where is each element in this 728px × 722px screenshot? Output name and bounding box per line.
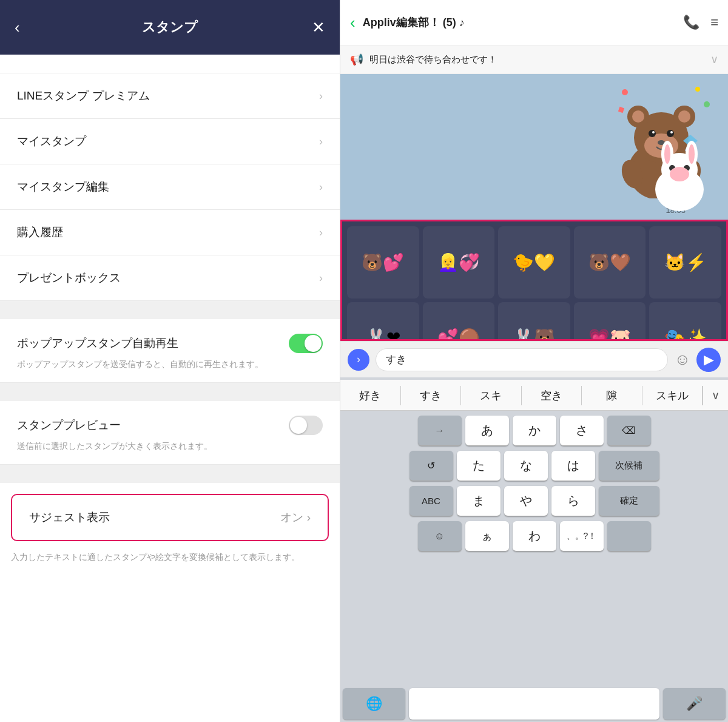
key-wa[interactable]: わ bbox=[513, 521, 556, 552]
chevron-icon: › bbox=[319, 272, 323, 285]
back-button[interactable]: ‹ bbox=[350, 13, 356, 32]
popup-toggle-section: ポップアップスタンプ自動再生 ポップアップスタンプを送受信すると、自動的に再生さ… bbox=[0, 319, 340, 383]
sticker-panel: 🐻💕 👱‍♀️💞 🐤💛 🐻🤎 🐱⚡ 🐰❤ 💕🟤 🐰🐻 💗🐷 🎭✨ bbox=[340, 220, 728, 341]
preview-toggle[interactable] bbox=[289, 416, 323, 435]
suggestion-すき[interactable]: すき bbox=[401, 386, 462, 405]
key-small-a[interactable]: ぁ bbox=[465, 521, 509, 552]
menu-item-my-stamps-edit[interactable]: マイスタンプ編集 › bbox=[0, 164, 340, 210]
preview-toggle-section: スタンププレビュー 送信前に選択したスタンプが大きく表示されます。 bbox=[0, 401, 340, 465]
keyboard-row-4: ☺ ぁ わ 、。?！ bbox=[343, 521, 726, 552]
key-undo[interactable]: ↺ bbox=[410, 451, 453, 481]
key-ra[interactable]: ら bbox=[551, 486, 595, 516]
suggestion-空き[interactable]: 空き bbox=[522, 386, 582, 405]
key-ha[interactable]: は bbox=[551, 451, 595, 481]
svg-point-28 bbox=[670, 167, 689, 181]
key-ya[interactable]: や bbox=[504, 486, 548, 516]
chevron-icon: › bbox=[319, 135, 323, 148]
key-ka[interactable]: か bbox=[513, 416, 556, 446]
header-icons: 📞 ≡ bbox=[683, 15, 718, 30]
key-globe[interactable]: 🌐 bbox=[343, 688, 405, 720]
key-next-candidate[interactable]: 次候補 bbox=[599, 451, 659, 481]
keyboard-row-1: → あ か さ ⌫ bbox=[343, 416, 726, 446]
svg-point-9 bbox=[632, 110, 644, 123]
key-ma[interactable]: ま bbox=[457, 486, 500, 516]
bunny-sticker bbox=[643, 135, 716, 214]
key-na[interactable]: な bbox=[504, 451, 548, 481]
sticker-item[interactable]: 🐱⚡ bbox=[649, 226, 721, 299]
menu-item-purchase-history[interactable]: 購入履歴 › bbox=[0, 210, 340, 255]
key-confirm[interactable]: 確定 bbox=[599, 486, 659, 516]
suggestion-スキル[interactable]: スキル bbox=[642, 386, 703, 405]
left-header: ‹ スタンプ ✕ bbox=[0, 0, 340, 55]
svg-point-10 bbox=[678, 110, 690, 123]
keyboard: 好き すき スキ 空き 隙 スキル ∨ → あ か さ ⌫ ↺ た な は bbox=[340, 377, 728, 722]
menu-item-line-premium[interactable]: LINEスタンプ プレミアム › bbox=[0, 73, 340, 119]
suggestion-好き[interactable]: 好き bbox=[340, 386, 401, 405]
section-gap bbox=[0, 301, 340, 319]
svg-point-14 bbox=[652, 131, 655, 133]
svg-point-25 bbox=[689, 144, 695, 164]
key-enter-small[interactable] bbox=[607, 521, 651, 552]
key-backspace[interactable]: ⌫ bbox=[607, 416, 651, 446]
suggest-desc: 入力したテキストに適したスタンプや絵文字を変換候補として表示します。 bbox=[0, 546, 340, 564]
key-ta[interactable]: た bbox=[457, 451, 500, 481]
toggle-thumb bbox=[305, 335, 322, 352]
suggestion-隙[interactable]: 隙 bbox=[582, 386, 642, 405]
announcement-icon: 📢 bbox=[350, 53, 363, 66]
suggestion-スキ[interactable]: スキ bbox=[461, 386, 522, 405]
announcement-bar[interactable]: 📢 明日は渋谷で待ち合わせです！ ∨ bbox=[340, 46, 728, 74]
menu-item-label: LINEスタンプ プレミアム bbox=[17, 88, 150, 104]
expand-button[interactable]: › bbox=[348, 349, 369, 371]
left-panel: ‹ スタンプ ✕ LINEスタンプ プレミアム › マイスタンプ › マイスタン… bbox=[0, 0, 340, 722]
popup-toggle-row: ポップアップスタンプ自動再生 bbox=[17, 334, 323, 353]
key-emoji[interactable]: ☺ bbox=[418, 521, 462, 552]
suggestion-more-button[interactable]: ∨ bbox=[703, 386, 728, 405]
menu-item-present-box[interactable]: プレゼントボックス › bbox=[0, 255, 340, 301]
keyboard-bottom-row: 🌐 🎤 bbox=[340, 688, 728, 720]
right-panel: ‹ Appliv編集部！ (5) ♪ 📞 ≡ 📢 明日は渋谷で待ち合わせです！ … bbox=[340, 0, 728, 722]
chevron-icon: › bbox=[319, 90, 323, 103]
sticker-item[interactable]: 🐰🐻 bbox=[498, 302, 570, 341]
suggest-value: オン › bbox=[280, 510, 311, 525]
sticker-item[interactable]: 👱‍♀️💞 bbox=[423, 226, 495, 299]
sticker-item[interactable]: 🐰❤ bbox=[347, 302, 419, 341]
suggest-label: サジェスト表示 bbox=[29, 510, 110, 525]
suggest-section[interactable]: サジェスト表示 オン › bbox=[11, 494, 329, 541]
popup-toggle-desc: ポップアップスタンプを送受信すると、自動的に再生されます。 bbox=[17, 359, 323, 376]
key-a[interactable]: あ bbox=[465, 416, 509, 446]
popup-toggle[interactable] bbox=[289, 334, 323, 353]
message-input[interactable] bbox=[376, 348, 668, 371]
sticker-item[interactable]: 💕🟤 bbox=[423, 302, 495, 341]
key-abc[interactable]: ABC bbox=[410, 486, 453, 516]
sticker-item[interactable]: 🐻🤎 bbox=[574, 226, 646, 299]
sticker-item[interactable]: 🐻💕 bbox=[347, 226, 419, 299]
svg-point-0 bbox=[622, 89, 628, 95]
send-button[interactable]: ▶ bbox=[696, 348, 721, 372]
menu-item-label: 購入履歴 bbox=[17, 224, 63, 240]
sticker-item[interactable]: 🎭✨ bbox=[649, 302, 721, 341]
chat-title: Appliv編集部！ (5) ♪ bbox=[363, 15, 676, 30]
key-microphone[interactable]: 🎤 bbox=[663, 688, 726, 720]
svg-rect-3 bbox=[618, 107, 624, 113]
menu-icon[interactable]: ≡ bbox=[710, 15, 718, 30]
preview-toggle-desc: 送信前に選択したスタンプが大きく表示されます。 bbox=[17, 441, 323, 458]
key-punctuation[interactable]: 、。?！ bbox=[560, 521, 604, 552]
keyboard-rows: → あ か さ ⌫ ↺ た な は 次候補 ABC ま や ら 確定 bbox=[340, 411, 728, 688]
key-arrow[interactable]: → bbox=[418, 416, 462, 446]
close-button[interactable]: ✕ bbox=[312, 18, 325, 37]
svg-point-2 bbox=[704, 101, 710, 107]
svg-point-15 bbox=[670, 131, 673, 133]
menu-item-my-stamps[interactable]: マイスタンプ › bbox=[0, 119, 340, 164]
phone-icon[interactable]: 📞 bbox=[683, 15, 699, 30]
chevron-icon: › bbox=[319, 226, 323, 239]
keyboard-row-2: ↺ た な は 次候補 bbox=[343, 451, 726, 481]
sticker-item[interactable]: 💗🐷 bbox=[574, 302, 646, 341]
input-bar: › ☺ ▶ bbox=[340, 341, 728, 377]
sticker-item[interactable]: 🐤💛 bbox=[498, 226, 570, 299]
menu-item-label: マイスタンプ編集 bbox=[17, 179, 109, 195]
key-space[interactable] bbox=[409, 688, 659, 720]
emoji-button[interactable]: ☺ bbox=[674, 350, 690, 369]
svg-point-24 bbox=[664, 144, 670, 164]
key-sa[interactable]: さ bbox=[560, 416, 604, 446]
back-button[interactable]: ‹ bbox=[15, 18, 20, 37]
